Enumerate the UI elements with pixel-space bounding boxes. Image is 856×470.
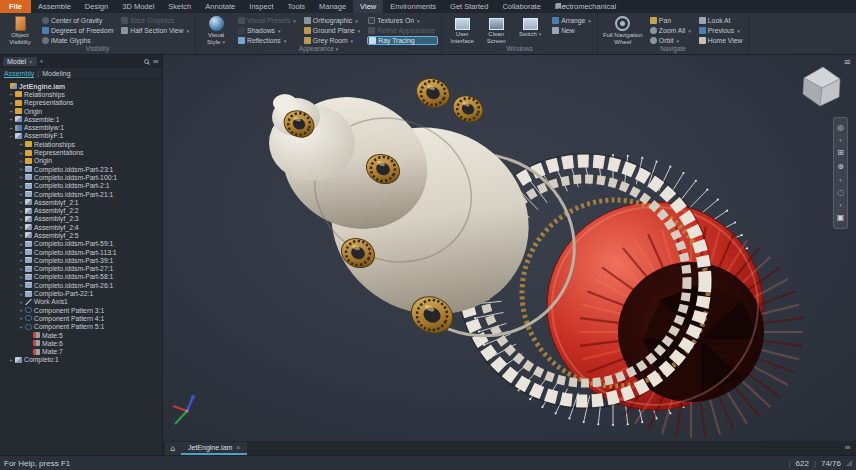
expand-icon[interactable]: + (18, 307, 24, 313)
ribbon-button[interactable]: Reflections (237, 36, 299, 45)
tree-item[interactable]: + Assemblyf_2:5 (0, 231, 162, 239)
docking-menu-icon[interactable]: ≡ (843, 57, 851, 67)
visual-style-button[interactable]: Visual Style (199, 15, 233, 45)
ribbon-button[interactable]: Shadows (237, 26, 299, 35)
group-label-appearance[interactable]: Appearance (196, 45, 441, 54)
expand-icon[interactable]: + (18, 299, 24, 305)
tree-item[interactable]: + Assemblyf_2:3 (0, 215, 162, 223)
expand-icon[interactable]: + (18, 183, 24, 189)
tree-item[interactable]: + Completo.iddsm-Part-27:1 (0, 265, 162, 273)
ribbon-tab[interactable]: View (353, 0, 383, 13)
ribbon-button[interactable]: Textures On (367, 16, 438, 25)
home-view-icon[interactable]: ⌂ (165, 442, 181, 455)
tree-item[interactable]: + Completo.iddsm-Part-39:1 (0, 256, 162, 264)
ribbon-button[interactable]: Slice Graphics (120, 16, 192, 25)
expand-icon[interactable]: + (18, 158, 24, 164)
close-document-icon[interactable]: × (236, 444, 240, 451)
ribbon-tab[interactable]: Design (78, 0, 115, 13)
expand-icon[interactable]: + (8, 108, 14, 114)
expand-icon[interactable]: + (18, 266, 24, 272)
ribbon-button[interactable]: Orthographic (303, 16, 363, 25)
expand-icon[interactable]: − (8, 133, 14, 139)
mode-assembly[interactable]: Assembly (4, 70, 34, 78)
tree-item[interactable]: + Completo.iddsm-Part-113:1 (0, 248, 162, 256)
tree-item[interactable]: + Completo.iddsm-Part-23:1 (0, 165, 162, 173)
full-navigation-wheel-icon[interactable]: ◎ (837, 124, 844, 132)
close-icon[interactable]: × (29, 59, 33, 65)
tree-item[interactable]: + Relationships (0, 90, 162, 98)
ribbon-button[interactable]: Previous (698, 26, 746, 35)
tree-item[interactable]: + Completo.iddsm-Part-59:1 (0, 240, 162, 248)
ribbon-button[interactable]: Ray Tracing (367, 36, 438, 45)
expand-icon[interactable]: + (18, 141, 24, 147)
add-browser-tab-button[interactable]: + (40, 58, 44, 65)
ribbon-tab[interactable]: Inspect (242, 0, 280, 13)
expand-icon[interactable]: + (18, 274, 24, 280)
tree-item[interactable]: + Completo:1 (0, 356, 162, 364)
orbit-icon[interactable]: ◌ (837, 189, 844, 197)
expand-icon[interactable]: + (18, 216, 24, 222)
expand-icon[interactable]: + (8, 125, 14, 131)
expand-icon[interactable]: + (18, 191, 24, 197)
graphics-window[interactable]: ≡ ◎ ▾ ⊞ ⊕ ▾ ◌ ▾ ▣ (163, 55, 856, 441)
ribbon-button[interactable]: iMate Glyphs (41, 36, 116, 45)
tree-item[interactable]: + Assemblyf_2:1 (0, 198, 162, 206)
expand-icon[interactable]: + (18, 282, 24, 288)
tree-item[interactable]: + Component Pattern 5:1 (0, 323, 162, 331)
expand-icon[interactable]: + (18, 199, 24, 205)
window-big-button[interactable]: Clean Screen (479, 15, 513, 44)
mode-modeling[interactable]: Modeling (42, 70, 70, 77)
tree-item[interactable]: + Component Pattern 4:1 (0, 314, 162, 322)
ribbon-tab[interactable]: Collaborate (495, 0, 547, 13)
tree-item[interactable]: + Completo.iddsm-Part-26:1 (0, 281, 162, 289)
tree-item[interactable]: + Assemblyw:1 (0, 123, 162, 131)
expand-icon[interactable]: + (8, 116, 14, 122)
ribbon-button[interactable]: Degrees of Freedom (41, 26, 116, 35)
ribbon-button[interactable]: Half Section View (120, 26, 192, 35)
expand-icon[interactable]: + (18, 150, 24, 156)
expand-icon[interactable]: + (18, 224, 24, 230)
ribbon-tab[interactable]: Assemble (31, 0, 78, 13)
tree-item[interactable]: Mate:7 (0, 348, 162, 356)
expand-icon[interactable]: + (18, 174, 24, 180)
browser-menu-icon[interactable]: ≡ (152, 58, 159, 66)
ribbon-button[interactable]: Arrange (551, 16, 594, 25)
ribbon-tab[interactable]: Annotate (198, 0, 242, 13)
zoom-icon[interactable]: ⊕ (837, 163, 844, 171)
expand-icon[interactable]: + (18, 232, 24, 238)
window-big-button[interactable]: User Interface (445, 15, 479, 44)
tree-item[interactable]: + Relationships (0, 140, 162, 148)
ribbon-button[interactable]: Refine Appearance (367, 26, 438, 35)
ribbon-button[interactable]: New (551, 26, 594, 35)
ribbon-tab[interactable]: Sketch (161, 0, 198, 13)
look-at-icon[interactable]: ▣ (837, 214, 845, 222)
tree-item[interactable]: JetEngine.iam (0, 82, 162, 90)
ribbon-button[interactable]: Home View (698, 36, 746, 45)
expand-icon[interactable]: + (18, 166, 24, 172)
view-cube[interactable] (796, 63, 844, 109)
pan-icon[interactable]: ⊞ (837, 149, 844, 157)
tree-item[interactable]: + Completo-Part-22:1 (0, 289, 162, 297)
ribbon-button[interactable]: Look At (698, 16, 746, 25)
expand-icon[interactable]: + (18, 208, 24, 214)
tree-item[interactable]: Mate:6 (0, 339, 162, 347)
ribbon-display-options[interactable]: ▾ (556, 2, 566, 9)
ribbon-tab[interactable]: Manage (312, 0, 353, 13)
ribbon-button[interactable]: Ground Plane (303, 26, 363, 35)
expand-icon[interactable]: + (18, 257, 24, 263)
tree-item[interactable]: − AssemblyF:1 (0, 132, 162, 140)
expand-icon[interactable]: + (18, 291, 24, 297)
ribbon-tab[interactable]: Environments (383, 0, 443, 13)
tree-item[interactable]: + Origin (0, 107, 162, 115)
tree-item[interactable]: + Assemblyf_2:4 (0, 223, 162, 231)
ribbon-button[interactable]: Center of Gravity (41, 16, 116, 25)
tree-item[interactable]: + Origin (0, 157, 162, 165)
tree-item[interactable]: + Completo.iddsm-Part-58:1 (0, 273, 162, 281)
expand-icon[interactable]: + (18, 249, 24, 255)
tree-item[interactable]: + Completo.iddsm-Part-2:1 (0, 182, 162, 190)
tree-item[interactable]: + Representations (0, 148, 162, 156)
object-visibility-button[interactable]: Object Visibility (3, 15, 37, 45)
expand-icon[interactable]: + (18, 324, 24, 330)
document-list-icon[interactable]: ≡ (844, 443, 851, 452)
ribbon-tab[interactable]: 3D Model (115, 0, 161, 13)
